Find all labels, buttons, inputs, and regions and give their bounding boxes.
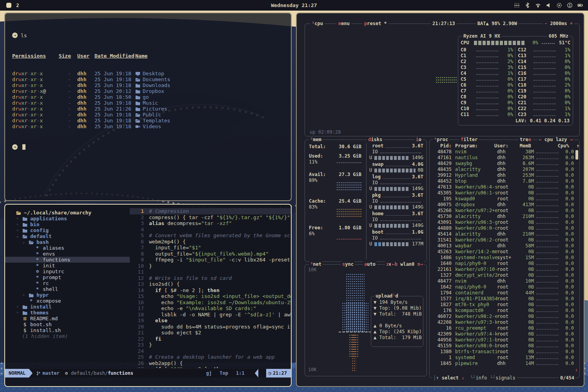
code-line[interactable]: 3alias decompress="tar -xzf"	[130, 220, 291, 227]
process-row[interactable]: 48478nvimdhh38M0.0	[430, 149, 579, 155]
process-row[interactable]: 176kcompactd0root0B0.0	[430, 308, 579, 314]
code-line[interactable]: 11	[130, 269, 291, 275]
process-row[interactable]: 45263kworker/14:2-mm_root0B0.0	[430, 249, 579, 255]
tree-item-readme.md[interactable]: ▤README.md	[5, 316, 130, 321]
code-line[interactable]: 16 echo "Example: iso2sd ~/Downloads/ubu…	[130, 299, 291, 306]
process-row[interactable]: 31541kworker/u96:2-coroot0B0.0	[430, 237, 579, 243]
code-line[interactable]: 2compress() { tar -czf "${1%/}.tar.gz" "…	[130, 214, 291, 221]
process-row[interactable]: 47161nautilusdhh263M0.0	[430, 155, 579, 161]
process-row[interactable]: 1577irq/81-PIXA3854:root0B0.0	[430, 296, 579, 302]
tree-item-aliases[interactable]: *aliases	[5, 245, 130, 251]
code-line[interactable]: 26web2app() {	[130, 360, 291, 367]
tab-proc[interactable]: ⁴proc	[433, 137, 449, 142]
code-line[interactable]: 25# Create a desktop launcher for a web …	[130, 354, 291, 360]
tree-item-hypr[interactable]: ›hypr	[5, 292, 130, 298]
preset-button[interactable]: preset *	[363, 21, 388, 26]
io-toggle[interactable]: ³io	[415, 137, 423, 142]
volume-icon[interactable]	[546, 2, 552, 8]
proc-tree-toggle[interactable]: tree	[519, 137, 532, 142]
process-row[interactable]: 22161kworker/u97:10-kroot0B0.0	[430, 267, 579, 272]
tree-item-envs[interactable]: *envs	[5, 251, 130, 257]
proc-footer-keys[interactable]: │↑ select ↓ └┘info └┘signals	[432, 375, 517, 381]
code-line[interactable]: 18 lsblk -d -o NAME | grep -E '^sd[a-z]'…	[130, 312, 291, 318]
process-row[interactable]: 1845pipewiredhh14M0.0	[430, 361, 579, 367]
workspace-number[interactable]: 2	[16, 2, 19, 8]
tree-item-xcompose[interactable]: *xcompose	[5, 298, 130, 304]
code-line[interactable]: 22 fi	[130, 336, 291, 342]
process-row[interactable]: 48452btopdhh7.8M0.0	[430, 178, 579, 184]
process-row[interactable]: 45414alacrittydhh210M0.0	[430, 231, 579, 237]
process-row[interactable]: 43091kworker/u96:3-gfroot0B0.0	[430, 220, 579, 225]
code-line[interactable]: 7 input_file="$1"	[130, 245, 291, 251]
code-line[interactable]: 23}	[130, 342, 291, 348]
tree-item-rc[interactable]: *rc	[5, 280, 130, 286]
tree-item-themes[interactable]: ›themes	[5, 310, 130, 316]
process-row[interactable]: 1327dmcrypt_write/25root0B0.0	[430, 272, 579, 278]
code-line[interactable]: 5# Convert webm files generated by the G…	[130, 232, 291, 239]
tailscale-icon[interactable]	[514, 2, 520, 8]
tree-item-inputrc[interactable]: ⚙inputrc	[5, 269, 130, 274]
code-line[interactable]: 8 output_file="${input_file%.webm}.mp4"	[130, 251, 291, 257]
tree-item--.local-share-omarchy[interactable]: ~/.local/share/omarchy	[5, 210, 130, 216]
process-row[interactable]: 45305kworker/u96:1-sdroot0B0.0	[430, 190, 579, 196]
code-line[interactable]: 27 if [ "$#" -ne 3 ]; then	[130, 366, 291, 368]
record-icon[interactable]	[556, 2, 562, 8]
tree-item-install[interactable]: ›install	[5, 304, 130, 310]
tree-item-bash[interactable]: ⌄bash	[5, 239, 130, 245]
tree-item-applications[interactable]: ›applications	[5, 216, 130, 221]
prompt-line-current[interactable]: →	[12, 144, 287, 150]
process-row[interactable]: 48429swaybgdhh8.6M0.0	[430, 161, 579, 167]
process-row[interactable]: 1640napi/phy0-0root0B0.0	[430, 261, 579, 267]
process-row[interactable]: 44956kworker/u97:1-btroot0B0.0	[430, 337, 579, 343]
code-line[interactable]: 15 echo "Usage: iso2sd <input_file> <out…	[130, 293, 291, 299]
process-row[interactable]: 46072kworker/u98:2-evroot0B0.0	[430, 314, 579, 319]
clock[interactable]: Wednesday 21:27	[0, 2, 588, 8]
code-editor[interactable]: 1# Compression2compress() { tar -czf "${…	[130, 205, 291, 368]
tab-mem[interactable]: ²mem	[309, 137, 323, 142]
process-row[interactable]: 1486systemd-resolvesyst+15M0.0	[430, 255, 579, 261]
tree-item--1-hidden-item-[interactable]: (1 hidden item)	[5, 333, 130, 339]
process-row[interactable]: 40013waybardhh58M0.0	[430, 243, 579, 249]
tree-item-boot.sh[interactable]: $boot.sh	[5, 321, 130, 327]
process-row[interactable]: 1794containerdroot44M0.0	[430, 290, 579, 296]
process-row[interactable]: 40075dropboxdhh413M0.0	[430, 202, 579, 208]
process-row[interactable]: 42309kworker/u97:4-kvroot0B0.0	[430, 331, 579, 337]
code-line[interactable]: 13iso2sd() {	[130, 281, 291, 287]
tree-item-install.sh[interactable]: $install.sh	[5, 327, 130, 333]
tab-cpu[interactable]: ¹cpu	[310, 21, 325, 26]
menu-button[interactable]: menu	[337, 21, 351, 26]
process-row[interactable]: 48435alacrittydhh207M0.0	[430, 167, 579, 172]
proc-sort-selector[interactable]: ← cpu lazy →	[537, 137, 574, 142]
workspace-active-icon[interactable]	[6, 3, 11, 8]
net-interface-switcher[interactable]: ←b wlan0 n→	[391, 261, 425, 267]
tree-item-shell[interactable]: *shell	[5, 286, 130, 292]
process-row[interactable]: 1827mt76-tx phy0root0B0.0	[430, 302, 579, 308]
code-line[interactable]: 20 sudo dd bs=4M status=progress oflag=s…	[130, 324, 291, 330]
code-line[interactable]: 21 sudo eject $2	[130, 330, 291, 336]
code-line[interactable]: 10}	[130, 263, 291, 269]
proc-scrollbar[interactable]	[575, 150, 578, 160]
code-line[interactable]: 6webm2mp4() {	[130, 239, 291, 245]
code-line[interactable]: 12# Write iso file to sd card	[130, 275, 291, 281]
tree-item-functions[interactable]: *functions	[5, 257, 130, 263]
net-sync-button[interactable]: sync	[341, 261, 355, 267]
bluetooth-icon[interactable]	[524, 2, 530, 8]
update-interval[interactable]: - 2000ms +	[543, 21, 574, 26]
tree-item-bin[interactable]: ›bin	[5, 221, 130, 227]
battery-icon[interactable]	[577, 2, 583, 8]
process-row[interactable]: 45159kworker/u98:0-btroot0B0.0	[430, 343, 579, 349]
disks-title[interactable]: disks	[367, 137, 383, 142]
process-row[interactable]: 195kswapd0root0B0.0	[430, 196, 579, 202]
process-row[interactable]: 39912Hyprlanddhh253M0.0	[430, 172, 579, 178]
net-auto-button[interactable]: auto	[363, 261, 377, 267]
tab-net[interactable]: ³net	[309, 261, 323, 267]
process-row[interactable]: 45730alacrittydhh210M0.0	[430, 214, 579, 220]
process-row[interactable]: 16rcu_preemptroot0B0.0	[430, 325, 579, 331]
code-line[interactable]: 1# Compression	[130, 208, 291, 214]
user-icon[interactable]	[567, 2, 573, 8]
tree-item-init[interactable]: *init	[5, 263, 130, 269]
tree-item-default[interactable]: ⌄default	[5, 233, 130, 239]
process-row[interactable]: 42208kworker/u97:3-kcroot0B0.0	[430, 319, 579, 325]
proc-filter-button[interactable]: filter	[459, 137, 479, 142]
process-row[interactable]: 45266kworker/u97:2+evroot0B0.0	[430, 208, 579, 214]
